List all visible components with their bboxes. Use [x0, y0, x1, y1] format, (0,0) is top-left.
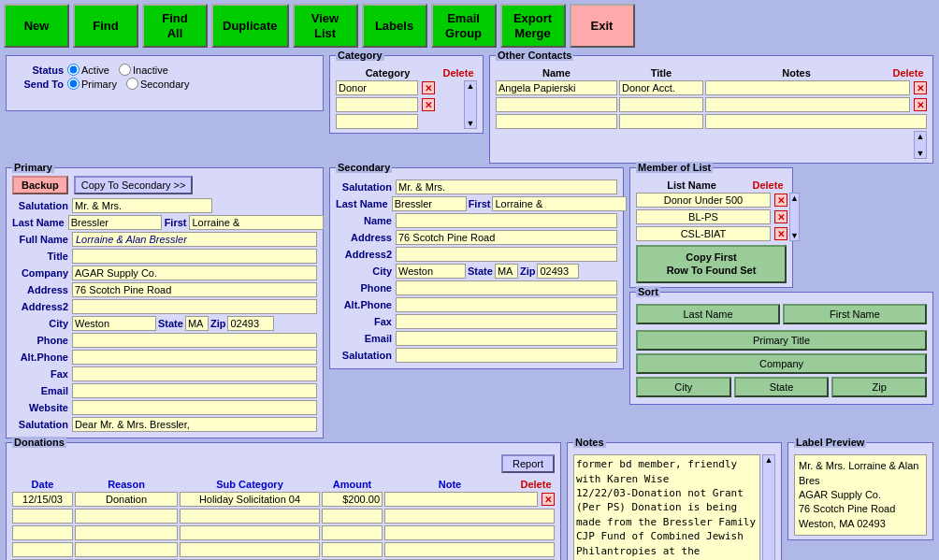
- member-delete-btn-2[interactable]: ✕: [774, 210, 787, 223]
- don-amount-1[interactable]: [322, 492, 383, 507]
- category-delete-btn-1[interactable]: ✕: [422, 81, 435, 94]
- primary-radio[interactable]: [67, 78, 79, 90]
- category-input-1[interactable]: [336, 80, 418, 95]
- category-scroll-up[interactable]: ▲: [467, 81, 475, 91]
- primary-first-input[interactable]: [189, 215, 324, 230]
- primary-website-input[interactable]: [72, 400, 317, 415]
- notes-textarea[interactable]: former bd member, friendly with Karen Wi…: [573, 454, 760, 560]
- sort-state-button[interactable]: State: [734, 377, 830, 397]
- primary-city-input[interactable]: [72, 316, 156, 331]
- secondary-zip-input[interactable]: [537, 264, 579, 279]
- primary-company-input[interactable]: [72, 266, 317, 280]
- secondary-city-input[interactable]: [396, 264, 466, 279]
- category-input-2[interactable]: [336, 97, 418, 112]
- export-merge-button[interactable]: ExportMerge: [500, 4, 566, 48]
- inactive-radio[interactable]: [119, 64, 131, 76]
- copy-to-secondary-button[interactable]: Copy To Secondary >>: [74, 176, 194, 194]
- secondary-address-input[interactable]: [396, 230, 617, 245]
- view-list-button[interactable]: ViewList: [293, 4, 358, 48]
- category-scrollbar[interactable]: ▲ ▼: [464, 80, 477, 129]
- don-subcategory-4[interactable]: [180, 542, 320, 557]
- don-note-2[interactable]: [384, 509, 555, 524]
- secondary-address2-input[interactable]: [396, 247, 617, 262]
- primary-salutation-input[interactable]: [72, 198, 212, 213]
- member-input-3[interactable]: [636, 226, 771, 241]
- sort-zip-button[interactable]: Zip: [831, 377, 927, 397]
- category-scroll-down[interactable]: ▼: [467, 119, 475, 128]
- sort-primary-title-button[interactable]: Primary Title: [636, 330, 927, 351]
- contact-notes-1[interactable]: [705, 80, 910, 95]
- don-date-1[interactable]: [12, 492, 73, 507]
- sort-company-button[interactable]: Company: [636, 353, 927, 374]
- contact-title-2[interactable]: [619, 97, 703, 112]
- secondary-radio[interactable]: [126, 78, 138, 90]
- contacts-scroll-up[interactable]: ▲: [917, 132, 925, 141]
- secondary-email-input[interactable]: [396, 331, 617, 346]
- don-reason-1[interactable]: [75, 492, 178, 507]
- copy-first-row-button[interactable]: Copy FirstRow To Found Set: [636, 245, 787, 283]
- secondary-altphone-input[interactable]: [396, 297, 617, 312]
- primary-altphone-input[interactable]: [72, 350, 317, 365]
- category-input-3[interactable]: [336, 114, 418, 129]
- primary-zip-input[interactable]: [227, 316, 274, 331]
- don-date-4[interactable]: [12, 542, 73, 557]
- secondary-radio-item[interactable]: Secondary: [126, 78, 190, 90]
- category-delete-btn-2[interactable]: ✕: [422, 98, 435, 111]
- find-all-button[interactable]: FindAll: [142, 4, 208, 48]
- secondary-fax-input[interactable]: [396, 314, 617, 329]
- don-subcategory-2[interactable]: [180, 509, 320, 524]
- member-input-2[interactable]: [636, 209, 771, 224]
- primary-radio-item[interactable]: Primary: [67, 78, 117, 90]
- notes-scrollbar[interactable]: ▲ ▼: [762, 454, 775, 560]
- don-note-1[interactable]: [384, 492, 538, 507]
- secondary-salutation-input[interactable]: [396, 179, 617, 194]
- don-amount-4[interactable]: [322, 542, 383, 557]
- member-input-1[interactable]: [636, 193, 771, 208]
- primary-phone-input[interactable]: [72, 333, 317, 348]
- primary-state-input[interactable]: [185, 316, 209, 331]
- contact-delete-btn-1[interactable]: ✕: [914, 81, 927, 94]
- secondary-state-input[interactable]: [495, 264, 518, 279]
- primary-salutation2-input[interactable]: [72, 417, 317, 432]
- member-scroll-up[interactable]: ▲: [790, 194, 799, 203]
- don-date-3[interactable]: [12, 525, 73, 540]
- member-scroll-down[interactable]: ▼: [790, 231, 799, 240]
- primary-address-input[interactable]: [72, 282, 317, 297]
- don-subcategory-1[interactable]: [180, 492, 320, 507]
- contacts-scrollbar[interactable]: ▲ ▼: [914, 131, 927, 159]
- inactive-radio-item[interactable]: Inactive: [119, 64, 168, 76]
- contact-name-3[interactable]: [496, 114, 617, 129]
- sort-lastname-button[interactable]: Last Name: [636, 304, 780, 324]
- duplicate-button[interactable]: Duplicate: [211, 4, 289, 48]
- email-group-button[interactable]: EmailGroup: [431, 4, 497, 48]
- don-delete-btn-1[interactable]: ✕: [542, 493, 555, 506]
- exit-button[interactable]: Exit: [570, 4, 635, 48]
- don-note-3[interactable]: [384, 525, 555, 540]
- member-delete-btn-1[interactable]: ✕: [774, 194, 787, 207]
- primary-address2-input[interactable]: [72, 299, 317, 314]
- primary-fax-input[interactable]: [72, 366, 317, 381]
- contacts-scroll-down[interactable]: ▼: [917, 149, 925, 158]
- notes-scroll-up[interactable]: ▲: [765, 455, 773, 465]
- report-button[interactable]: Report: [501, 454, 555, 473]
- member-delete-btn-3[interactable]: ✕: [774, 227, 787, 240]
- don-reason-4[interactable]: [75, 542, 178, 557]
- secondary-salutation2-input[interactable]: [396, 348, 617, 363]
- primary-title-input[interactable]: [72, 249, 317, 264]
- member-scrollbar[interactable]: ▲ ▼: [789, 193, 800, 241]
- don-subcategory-3[interactable]: [180, 525, 320, 540]
- contact-notes-2[interactable]: [705, 97, 910, 112]
- don-amount-2[interactable]: [322, 509, 383, 524]
- secondary-name-input[interactable]: [396, 213, 617, 228]
- sort-city-button[interactable]: City: [636, 377, 731, 397]
- don-note-4[interactable]: [384, 542, 555, 557]
- secondary-lastname-input[interactable]: [392, 196, 467, 211]
- secondary-first-input[interactable]: [492, 196, 627, 211]
- contact-notes-3[interactable]: [705, 114, 927, 129]
- active-radio[interactable]: [67, 64, 79, 76]
- primary-email-input[interactable]: [72, 383, 317, 398]
- active-radio-item[interactable]: Active: [67, 64, 109, 76]
- don-amount-3[interactable]: [322, 525, 383, 540]
- labels-button[interactable]: Labels: [362, 4, 427, 48]
- find-button[interactable]: Find: [73, 4, 138, 48]
